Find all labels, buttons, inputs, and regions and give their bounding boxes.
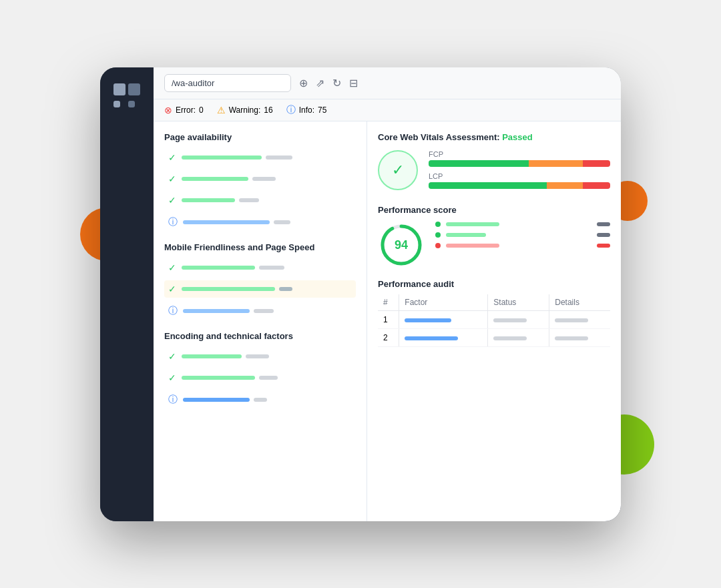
plus-icon[interactable]: ⊕ — [299, 77, 308, 89]
perf-dot-green — [435, 232, 441, 238]
error-count: 0 — [199, 105, 204, 115]
col-header-details: Details — [549, 294, 610, 311]
calendar-icon[interactable]: ⊟ — [349, 77, 358, 89]
col-header-factor: Factor — [399, 294, 488, 311]
col-header-num: # — [378, 294, 399, 311]
share-icon[interactable]: ⇗ — [316, 77, 324, 89]
section-title-encoding: Encoding and technical factors — [164, 331, 356, 341]
bar-container — [183, 220, 352, 224]
factor-bar — [405, 336, 458, 340]
bar-container — [182, 376, 352, 380]
list-item: ✓ — [164, 348, 356, 365]
list-item: ✓ — [164, 369, 356, 386]
bar-green — [182, 354, 242, 358]
perf-dot-red — [435, 243, 441, 248]
audit-table: # Factor Status Details 1 — [378, 294, 610, 347]
cwv-title: Core Web Vitals Assessment: — [378, 132, 500, 142]
perf-metric-row — [435, 232, 610, 238]
audit-header: Performance audit — [378, 279, 610, 289]
refresh-icon[interactable]: ↻ — [332, 77, 341, 89]
perf-bar-red — [446, 244, 499, 248]
bar-green — [182, 376, 255, 380]
bar-green — [182, 287, 275, 291]
cwv-check-icon: ✓ — [392, 162, 404, 179]
perf-metrics — [435, 222, 610, 248]
factor-bar — [405, 318, 451, 322]
info-check-icon: ⓘ — [168, 394, 178, 406]
bar-green — [182, 266, 255, 270]
sidebar-logo — [113, 83, 140, 107]
bar-gray — [252, 177, 276, 181]
table-row: 1 — [378, 310, 610, 328]
row-status — [488, 328, 549, 346]
sidebar — [100, 67, 154, 521]
bar-gray — [246, 354, 269, 358]
error-icon: ⊗ — [164, 105, 172, 115]
score-value: 94 — [395, 238, 408, 252]
bar-container — [182, 354, 352, 358]
cwv-bars: FCP LCP — [429, 150, 610, 194]
main-content: ⊕ ⇗ ↻ ⊟ ⊗ Error: 0 ⚠ Warning: 16 ⓘ — [154, 67, 621, 521]
cwv-metric-fcp: FCP — [429, 150, 610, 167]
row-details — [549, 310, 610, 328]
error-status: ⊗ Error: 0 — [164, 105, 204, 115]
list-item: ✓ — [164, 149, 356, 166]
outer-wrapper: ⊕ ⇗ ↻ ⊟ ⊗ Error: 0 ⚠ Warning: 16 ⓘ — [60, 47, 661, 541]
cwv-green-seg — [429, 182, 547, 189]
list-item: ⓘ — [164, 390, 356, 409]
bar-container — [182, 177, 352, 181]
cwv-status: Passed — [502, 132, 533, 142]
status-bar — [493, 336, 527, 340]
cwv-label-fcp: FCP — [429, 150, 610, 158]
perf-bar-green — [446, 233, 486, 237]
performance-score-section: Performance score 94 — [378, 205, 610, 268]
details-bar — [555, 318, 588, 322]
panels: Page availability ✓ ✓ — [154, 121, 621, 521]
bar-gray — [266, 156, 292, 160]
bar-gray — [279, 287, 292, 291]
bar-container — [182, 198, 352, 202]
device-frame: ⊕ ⇗ ↻ ⊟ ⊗ Error: 0 ⚠ Warning: 16 ⓘ — [100, 67, 621, 521]
info-check-icon: ⓘ — [168, 216, 178, 228]
table-row: 2 — [378, 328, 610, 346]
cwv-orange-seg — [529, 160, 583, 167]
audit-section: Performance audit # Factor Status Detail… — [378, 279, 610, 347]
cwv-red-seg — [583, 182, 610, 189]
check-list-encoding: ✓ ✓ — [164, 348, 356, 409]
list-item: ⓘ — [164, 213, 356, 232]
warning-count: 16 — [264, 105, 272, 115]
perf-header: Performance score — [378, 205, 610, 215]
bar-blue-medium — [183, 398, 250, 402]
info-count: 75 — [318, 105, 326, 115]
row-factor — [399, 310, 488, 328]
url-input[interactable] — [164, 74, 291, 92]
score-circle: 94 — [378, 222, 425, 268]
bar-blue — [183, 309, 250, 313]
cwv-header: Core Web Vitals Assessment: Passed — [378, 132, 610, 142]
status-bar: ⊗ Error: 0 ⚠ Warning: 16 ⓘ Info: 75 — [154, 99, 621, 121]
perf-metric-row — [435, 243, 610, 248]
bar-gray — [254, 398, 267, 402]
warning-icon: ⚠ — [217, 105, 226, 115]
left-panel: Page availability ✓ ✓ — [154, 121, 367, 521]
list-item: ⓘ — [164, 302, 356, 320]
list-item: ✓ — [164, 259, 356, 276]
cwv-green-seg — [429, 160, 529, 167]
logo-block-2 — [128, 83, 140, 95]
row-details — [549, 328, 610, 346]
row-num: 1 — [378, 310, 399, 328]
bar-gray — [259, 266, 284, 270]
cwv-section: ✓ FCP — [378, 150, 610, 194]
error-label: Error: — [176, 105, 196, 115]
perf-content: 94 — [378, 222, 610, 268]
warning-label: Warning: — [229, 105, 261, 115]
check-icon: ✓ — [168, 262, 176, 273]
bar-gray — [259, 376, 278, 380]
bar-container — [183, 398, 352, 402]
bar-container — [182, 156, 352, 160]
bar-container — [183, 309, 352, 313]
perf-bar-green — [446, 222, 499, 226]
check-icon: ✓ — [168, 351, 176, 362]
perf-bar-right-red — [597, 244, 610, 248]
cwv-orange-seg — [547, 182, 583, 189]
